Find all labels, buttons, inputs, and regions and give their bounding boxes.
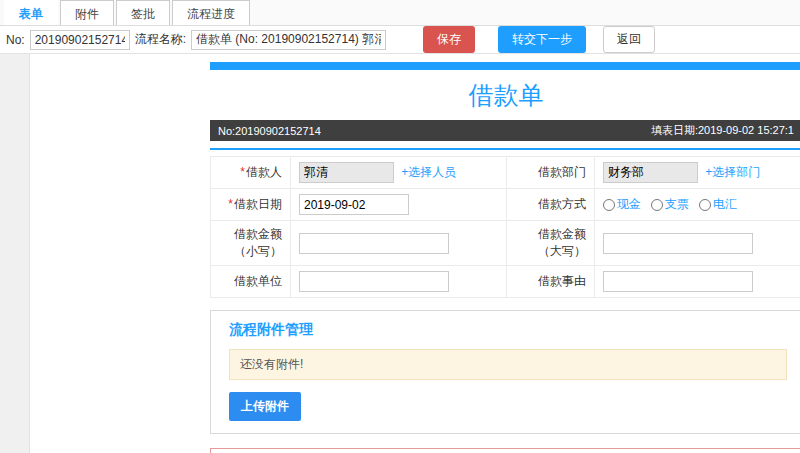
amount-lower-input[interactable] — [299, 233, 449, 254]
reason-label: 借款事由 — [538, 274, 586, 288]
tab-approval[interactable]: 签批 — [116, 0, 170, 25]
unit-label-cell: 借款单位 — [211, 266, 291, 298]
dept-value-cell: +选择部门 — [595, 157, 800, 189]
reason-input[interactable] — [603, 271, 753, 292]
tab-progress[interactable]: 流程进度 — [172, 0, 250, 25]
no-attachments-notice: 还没有附件! — [229, 349, 787, 380]
amount-lower-value-cell — [291, 221, 507, 266]
left-sidebar-strip — [0, 54, 30, 453]
method-cash-radio[interactable] — [603, 199, 615, 211]
amount-upper-input[interactable] — [603, 233, 753, 254]
date-value-cell — [291, 189, 507, 221]
page-title: 借款单 — [210, 70, 800, 120]
method-wire-option[interactable]: 电汇 — [699, 196, 737, 213]
flow-name-input[interactable] — [191, 30, 386, 50]
amount-lower-label: 借款金额（小写） — [234, 227, 282, 258]
reason-value-cell — [595, 266, 800, 298]
amount-upper-label: 借款金额（大写） — [538, 227, 586, 258]
unit-value-cell — [291, 266, 507, 298]
select-dept-link[interactable]: +选择部门 — [705, 165, 760, 179]
borrow-date-input[interactable] — [299, 194, 409, 215]
table-row: 借款单位 借款事由 — [211, 266, 800, 298]
divider-line — [210, 148, 800, 150]
dept-input[interactable] — [603, 162, 698, 183]
dept-label-cell: 借款部门 — [507, 157, 595, 189]
method-wire-radio[interactable] — [699, 199, 711, 211]
tab-form[interactable]: 表单 — [4, 0, 58, 25]
method-cash-option[interactable]: 现金 — [603, 196, 641, 213]
loan-form-table: *借款人 +选择人员 借款部门 +选择部门 — [210, 156, 800, 298]
amount-upper-label-cell: 借款金额（大写） — [507, 221, 595, 266]
tab-attachments[interactable]: 附件 — [60, 0, 114, 25]
borrower-label-cell: *借款人 — [211, 157, 291, 189]
method-check-radio[interactable] — [651, 199, 663, 211]
form-date-text: 填表日期:2019-09-02 15:27:1 — [651, 123, 794, 138]
dept-label: 借款部门 — [538, 165, 586, 179]
borrower-input[interactable] — [299, 162, 394, 183]
method-cash-label: 现金 — [617, 196, 641, 213]
method-label: 借款方式 — [538, 197, 586, 211]
tab-bar: 表单 附件 签批 流程进度 — [0, 0, 800, 26]
borrower-label: 借款人 — [246, 165, 282, 179]
unit-input[interactable] — [299, 271, 449, 292]
attachments-title: 流程附件管理 — [211, 311, 800, 347]
approval-panel: 流程签批意见 B I abc ✎ ⚓ ⚑ ≡ ≣ ⇤ — [210, 448, 800, 453]
date-label-cell: *借款日期 — [211, 189, 291, 221]
table-row: *借款日期 借款方式 现金 — [211, 189, 800, 221]
approval-title: 流程签批意见 — [211, 449, 800, 453]
required-mark: * — [240, 165, 245, 179]
back-button[interactable]: 返回 — [603, 26, 655, 53]
flow-name-label: 流程名称: — [135, 31, 186, 48]
panel-accent-bar — [210, 62, 800, 70]
save-button[interactable]: 保存 — [423, 26, 475, 53]
borrower-value-cell: +选择人员 — [291, 157, 507, 189]
upload-attachment-button[interactable]: 上传附件 — [229, 392, 301, 421]
table-row: *借款人 +选择人员 借款部门 +选择部门 — [211, 157, 800, 189]
method-check-option[interactable]: 支票 — [651, 196, 689, 213]
action-toolbar: No: 流程名称: 保存 转交下一步 返回 — [0, 26, 800, 54]
required-mark: * — [228, 197, 233, 211]
content-area: 借款单 No:20190902152714 填表日期:2019-09-02 15… — [0, 54, 800, 453]
form-no-text: No:20190902152714 — [218, 125, 321, 137]
no-input[interactable] — [30, 30, 130, 50]
attachments-panel: 流程附件管理 还没有附件! 上传附件 — [210, 310, 800, 434]
app: 表单 附件 签批 流程进度 No: 流程名称: 保存 转交下一步 返回 借款单 … — [0, 0, 800, 453]
method-check-label: 支票 — [665, 196, 689, 213]
amount-upper-value-cell — [595, 221, 800, 266]
select-person-link[interactable]: +选择人员 — [401, 165, 456, 179]
main-panel: 借款单 No:20190902152714 填表日期:2019-09-02 15… — [210, 54, 800, 453]
unit-label: 借款单位 — [234, 274, 282, 288]
date-label: 借款日期 — [234, 197, 282, 211]
method-wire-label: 电汇 — [713, 196, 737, 213]
form-subheader: No:20190902152714 填表日期:2019-09-02 15:27:… — [210, 120, 800, 141]
table-row: 借款金额（小写） 借款金额（大写） — [211, 221, 800, 266]
loan-form-panel: 借款单 No:20190902152714 填表日期:2019-09-02 15… — [210, 62, 800, 298]
method-label-cell: 借款方式 — [507, 189, 595, 221]
method-value-cell: 现金 支票 电汇 — [595, 189, 800, 221]
amount-lower-label-cell: 借款金额（小写） — [211, 221, 291, 266]
next-step-button[interactable]: 转交下一步 — [498, 26, 586, 53]
no-label: No: — [6, 33, 25, 47]
reason-label-cell: 借款事由 — [507, 266, 595, 298]
borrow-method-radio-group: 现金 支票 电汇 — [603, 196, 793, 213]
